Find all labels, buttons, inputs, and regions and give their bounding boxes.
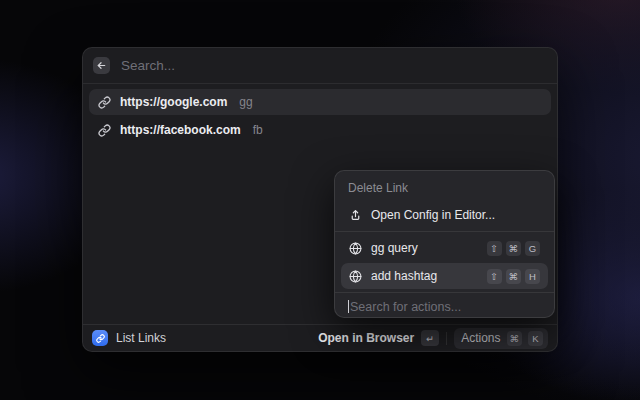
panel-divider [335,231,554,232]
globe-icon [349,242,362,255]
shift-key-icon: ⇧ [487,269,502,284]
return-key-icon: ↵ [421,330,439,346]
arrow-left-icon [96,60,107,71]
footer-actions: Open in Browser ↵ Actions ⌘ K [318,328,548,349]
actions-menu-button[interactable]: Actions ⌘ K [454,328,548,349]
action-item-label: add hashtag [371,269,437,283]
back-button[interactable] [93,57,110,74]
action-item-add-hashtag[interactable]: add hashtag ⇧ ⌘ H [341,263,548,289]
shift-key-icon: ⇧ [487,241,502,256]
list-item[interactable]: https://facebook.com fb [89,117,551,143]
link-icon [98,96,111,109]
link-title: https://google.com [120,95,227,109]
list-item[interactable]: https://google.com gg [89,89,551,115]
footer-divider [446,332,447,345]
link-title: https://facebook.com [120,123,241,137]
shortcut-keys: ⇧ ⌘ G [487,241,541,256]
link-subtitle: fb [253,123,263,137]
action-item-label: Open Config in Editor... [371,208,495,222]
command-name: List Links [116,331,166,345]
footer-bar: List Links Open in Browser ↵ Actions ⌘ K [83,324,557,351]
k-key-icon: K [528,331,543,346]
upload-icon [349,209,362,222]
command-key-icon: ⌘ [506,269,522,284]
panel-divider [335,292,554,293]
action-item-label: gg query [371,241,418,255]
actions-search-input[interactable] [350,300,541,314]
command-key-icon: ⌘ [507,331,523,346]
search-header [83,48,557,84]
text-cursor [348,300,349,313]
actions-button-label: Actions [461,331,500,345]
search-input[interactable] [121,58,547,73]
command-key-icon: ⌘ [506,241,522,256]
actions-section-title: Delete Link [335,178,554,202]
link-icon [98,124,111,137]
link-subtitle: gg [239,95,252,109]
shortcut-keys: ⇧ ⌘ H [487,269,541,284]
g-key-icon: G [525,241,540,256]
action-item-gg-query[interactable]: gg query ⇧ ⌘ G [341,235,548,261]
h-key-icon: H [525,269,540,284]
action-item-open-config[interactable]: Open Config in Editor... [341,202,548,228]
actions-panel: Delete Link Open Config in Editor... gg … [334,170,555,318]
primary-action-button[interactable]: Open in Browser [318,331,414,345]
command-app-icon [92,330,108,346]
globe-icon [349,270,362,283]
actions-search-row [335,296,554,317]
